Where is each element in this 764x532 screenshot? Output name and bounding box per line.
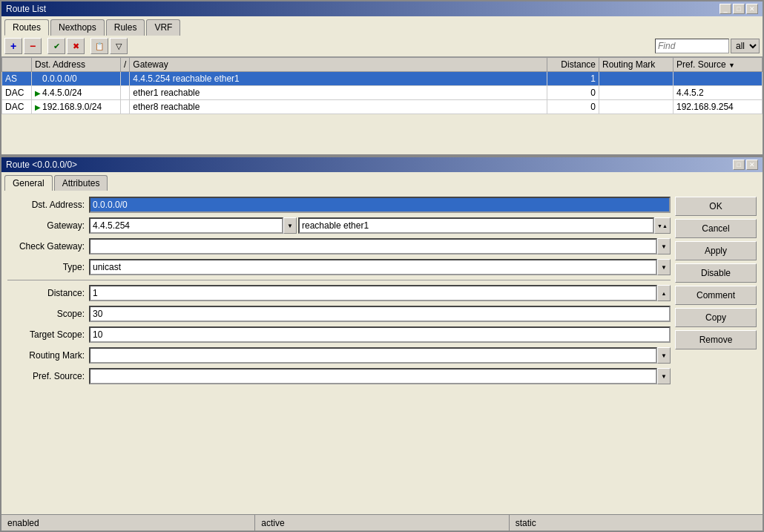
detail-body: Dst. Address: Gateway: ▼ ▲▼	[1, 191, 763, 531]
distance-label: Distance:	[7, 288, 89, 298]
row-type: DAC	[2, 86, 32, 100]
copy-button[interactable]: 📋	[90, 38, 108, 54]
scope-row: Scope:	[7, 306, 671, 322]
status-enabled: enabled	[1, 515, 255, 531]
maximize-button[interactable]: □	[733, 4, 745, 14]
disable-button[interactable]: Disable	[675, 263, 757, 283]
pref-source-label: Pref. Source:	[7, 371, 89, 381]
route-detail-title-bar: Route <0.0.0.0/0> □ ✕	[1, 157, 763, 172]
status-bar: enabled active static	[1, 514, 763, 531]
distance-input[interactable]	[89, 285, 657, 301]
toolbar: + − ✔ ✖ 📋 ▽ all	[1, 36, 763, 57]
gateway-label: Gateway:	[7, 220, 89, 231]
col-header-type[interactable]	[2, 58, 32, 72]
remove-button[interactable]: Remove	[675, 330, 757, 349]
route-list-window: Route List _ □ ✕ Routes Nexthops Rules V…	[0, 0, 764, 156]
dst-address-row: Dst. Address:	[7, 197, 671, 213]
row-pref: 192.168.9.254	[674, 100, 763, 114]
row-type: DAC	[2, 100, 32, 114]
status-static: static	[510, 515, 763, 531]
tab-attributes[interactable]: Attributes	[54, 175, 108, 191]
col-header-mark[interactable]: Routing Mark	[599, 58, 674, 72]
row-mark	[599, 86, 674, 100]
route-table: Dst. Address / Gateway Distance Routing …	[1, 57, 763, 114]
status-active: active	[255, 515, 509, 531]
tab-routes[interactable]: Routes	[4, 19, 49, 36]
type-dropdown-btn[interactable]: ▼	[657, 259, 671, 275]
dst-address-label: Dst. Address:	[7, 200, 89, 210]
detail-maximize-button[interactable]: □	[733, 160, 745, 170]
scope-label: Scope:	[7, 309, 89, 319]
row-distance: 0	[547, 86, 599, 100]
enable-button[interactable]: ✔	[47, 38, 65, 54]
cancel-button[interactable]: Cancel	[675, 219, 757, 238]
filter-button[interactable]: ▽	[110, 38, 128, 54]
minimize-button[interactable]: _	[719, 4, 731, 14]
row-distance: 0	[547, 100, 599, 114]
row-gateway: ether1 reachable	[130, 86, 547, 100]
route-list-title: Route List	[6, 4, 46, 14]
tab-rules[interactable]: Rules	[106, 19, 145, 36]
row-mark	[599, 100, 674, 114]
table-row[interactable]: AS ▶0.0.0.0/0 4.4.5.254 reachable ether1…	[2, 72, 763, 86]
close-button[interactable]: ✕	[746, 4, 758, 14]
ok-button[interactable]: OK	[675, 197, 757, 216]
check-gateway-row: Check Gateway: ▼	[7, 238, 671, 254]
row-pref	[674, 72, 763, 86]
pref-source-row: Pref. Source: ▼	[7, 368, 671, 384]
row-distance: 1	[547, 72, 599, 86]
pref-source-dropdown-btn[interactable]: ▼	[657, 368, 671, 384]
distance-row: Distance: ▲	[7, 285, 671, 301]
comment-button[interactable]: Comment	[675, 286, 757, 305]
tab-nexthops[interactable]: Nexthops	[50, 19, 105, 36]
remove-button[interactable]: −	[24, 38, 42, 54]
routing-mark-label: Routing Mark:	[7, 350, 89, 361]
route-list-title-bar: Route List _ □ ✕	[1, 1, 763, 16]
col-header-dst[interactable]: Dst. Address	[32, 58, 121, 72]
dst-address-input[interactable]	[89, 197, 671, 213]
type-row: Type: ▼	[7, 259, 671, 275]
row-dst: ▶192.168.9.0/24	[32, 100, 121, 114]
gateway-dropdown-btn[interactable]: ▼	[283, 217, 297, 234]
row-mark	[599, 72, 674, 86]
route-detail-title: Route <0.0.0.0/0>	[6, 160, 77, 170]
table-row[interactable]: DAC ▶192.168.9.0/24 ether8 reachable 0 1…	[2, 100, 763, 114]
gateway-input[interactable]	[89, 217, 283, 234]
tab-vrf[interactable]: VRF	[146, 19, 180, 36]
target-scope-input[interactable]	[89, 326, 671, 343]
col-header-distance[interactable]: Distance	[547, 58, 599, 72]
routing-mark-dropdown-btn[interactable]: ▼	[657, 347, 671, 364]
target-scope-label: Target Scope:	[7, 329, 89, 340]
col-header-slash: /	[121, 58, 130, 72]
pref-source-input[interactable]	[89, 368, 657, 384]
gateway-extra-dropdown-btn[interactable]: ▲▼	[654, 217, 671, 234]
add-button[interactable]: +	[4, 38, 22, 54]
detail-close-button[interactable]: ✕	[746, 160, 758, 170]
distance-up-btn[interactable]: ▲	[657, 285, 671, 301]
gateway-extra-input[interactable]	[298, 217, 654, 234]
col-header-pref[interactable]: Pref. Source ▼	[674, 58, 763, 72]
form-area: Dst. Address: Gateway: ▼ ▲▼	[7, 197, 671, 525]
type-input[interactable]	[89, 259, 657, 275]
gateway-group: ▼ ▲▼	[89, 217, 671, 234]
table-row[interactable]: DAC ▶4.4.5.0/24 ether1 reachable 0 4.4.5…	[2, 86, 763, 100]
route-detail-window: Route <0.0.0.0/0> □ ✕ General Attributes…	[0, 156, 764, 532]
disable-button[interactable]: ✖	[67, 38, 85, 54]
check-gateway-input[interactable]	[89, 238, 657, 254]
check-gateway-dropdown-btn[interactable]: ▼	[657, 238, 671, 254]
col-header-gateway[interactable]: Gateway	[130, 58, 547, 72]
detail-tabs: General Attributes	[1, 172, 763, 191]
copy-button[interactable]: Copy	[675, 308, 757, 327]
find-select[interactable]: all	[731, 39, 760, 53]
scope-input[interactable]	[89, 306, 671, 322]
tab-general[interactable]: General	[4, 175, 53, 191]
row-gateway: 4.4.5.254 reachable ether1	[130, 72, 547, 86]
action-buttons: OK Cancel Apply Disable Comment Copy Rem…	[675, 197, 757, 525]
apply-button[interactable]: Apply	[675, 241, 757, 260]
find-input[interactable]	[655, 39, 729, 53]
row-pref: 4.4.5.2	[674, 86, 763, 100]
row-dst: ▶4.4.5.0/24	[32, 86, 121, 100]
detail-title-controls: □ ✕	[733, 160, 758, 170]
routing-mark-input[interactable]	[89, 347, 657, 364]
row-gateway: ether8 reachable	[130, 100, 547, 114]
